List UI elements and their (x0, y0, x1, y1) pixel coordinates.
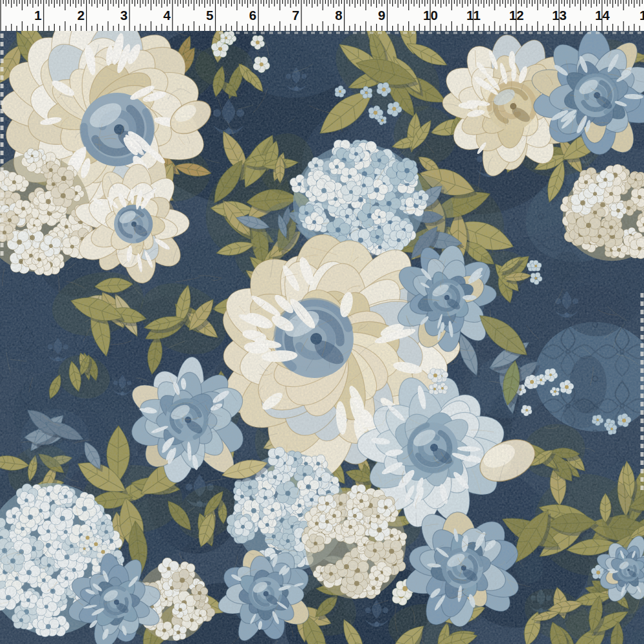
svg-text:14: 14 (595, 8, 610, 23)
svg-text:6: 6 (249, 8, 256, 23)
svg-text:11: 11 (466, 8, 480, 23)
svg-text:2: 2 (77, 8, 84, 23)
svg-text:5: 5 (206, 8, 213, 23)
svg-text:7: 7 (292, 8, 299, 23)
svg-text:3: 3 (120, 8, 128, 23)
svg-text:1: 1 (639, 8, 644, 23)
svg-text:9: 9 (378, 8, 385, 23)
svg-text:10: 10 (423, 8, 438, 23)
svg-text:13: 13 (552, 8, 567, 23)
svg-text:12: 12 (509, 8, 524, 23)
svg-text:1: 1 (34, 8, 41, 23)
svg-text:4: 4 (163, 8, 171, 23)
svg-text:8: 8 (335, 8, 342, 23)
